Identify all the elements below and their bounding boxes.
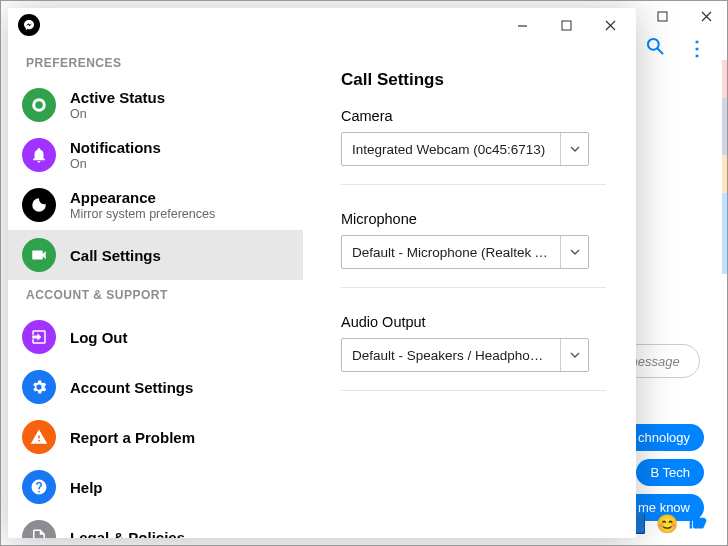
gear-icon — [22, 370, 56, 404]
reaction-bar: 🟦 😊 — [624, 511, 708, 536]
divider — [341, 287, 606, 288]
warning-icon — [22, 420, 56, 454]
settings-content: Call Settings Camera Integrated Webcam (… — [303, 42, 636, 538]
preferences-titlebar — [8, 8, 636, 42]
main-window-controls — [640, 0, 728, 32]
main-header-actions: ⋮ — [645, 36, 708, 60]
search-icon[interactable] — [645, 36, 665, 60]
sidebar-item-label: Call Settings — [70, 247, 161, 264]
sidebar-item-help[interactable]: Help — [8, 462, 303, 512]
sidebar-item-notifications[interactable]: Notifications On — [8, 130, 303, 180]
audio-output-field: Audio Output Default - Speakers / Headph… — [341, 314, 606, 391]
sidebar-item-report-problem[interactable]: Report a Problem — [8, 412, 303, 462]
audio-output-select-value: Default - Speakers / Headphones (Re... — [342, 348, 560, 363]
page-title: Call Settings — [341, 70, 606, 90]
sidebar-item-label: Notifications — [70, 139, 161, 156]
emoji-icon[interactable]: 😊 — [656, 513, 678, 535]
camera-label: Camera — [341, 108, 606, 124]
sidebar-item-sub: On — [70, 107, 165, 121]
sidebar-item-active-status[interactable]: Active Status On — [8, 80, 303, 130]
bell-icon — [22, 138, 56, 172]
sidebar-item-log-out[interactable]: Log Out — [8, 312, 303, 362]
chevron-down-icon — [560, 339, 588, 371]
main-maximize-button[interactable] — [640, 2, 684, 30]
camera-select[interactable]: Integrated Webcam (0c45:6713) — [341, 132, 589, 166]
maximize-button[interactable] — [544, 10, 588, 40]
camera-field: Camera Integrated Webcam (0c45:6713) — [341, 108, 606, 185]
sidebar-item-call-settings[interactable]: Call Settings — [8, 230, 303, 280]
microphone-field: Microphone Default - Microphone (Realtek… — [341, 211, 606, 288]
svg-rect-0 — [658, 12, 667, 21]
divider — [341, 390, 606, 391]
logout-icon — [22, 320, 56, 354]
audio-output-select[interactable]: Default - Speakers / Headphones (Re... — [341, 338, 589, 372]
svg-point-6 — [35, 101, 43, 109]
svg-line-2 — [658, 49, 663, 54]
microphone-label: Microphone — [341, 211, 606, 227]
chevron-down-icon — [560, 133, 588, 165]
camera-select-value: Integrated Webcam (0c45:6713) — [342, 142, 560, 157]
chevron-down-icon — [560, 236, 588, 268]
svg-rect-4 — [562, 21, 571, 30]
sidebar-item-label: Report a Problem — [70, 429, 195, 446]
sidebar-item-label: Active Status — [70, 89, 165, 106]
like-icon[interactable] — [688, 511, 708, 536]
moon-icon — [22, 188, 56, 222]
sidebar-item-label: Appearance — [70, 189, 215, 206]
sidebar-item-label: Log Out — [70, 329, 127, 346]
divider — [341, 184, 606, 185]
minimize-button[interactable] — [500, 10, 544, 40]
video-icon — [22, 238, 56, 272]
sidebar-item-sub: On — [70, 157, 161, 171]
audio-output-label: Audio Output — [341, 314, 606, 330]
section-title-account: ACCOUNT & SUPPORT — [8, 280, 303, 312]
contact-strip — [722, 60, 728, 536]
help-icon — [22, 470, 56, 504]
document-icon — [22, 520, 56, 538]
section-title-preferences: PREFERENCES — [8, 48, 303, 80]
active-status-icon — [22, 88, 56, 122]
more-menu-icon[interactable]: ⋮ — [687, 43, 708, 53]
microphone-select-value: Default - Microphone (Realtek Audio) — [342, 245, 560, 260]
sidebar-item-account-settings[interactable]: Account Settings — [8, 362, 303, 412]
sidebar-item-label: Account Settings — [70, 379, 193, 396]
sidebar-item-sub: Mirror system preferences — [70, 207, 215, 221]
sidebar-item-label: Legal & Policies — [70, 529, 185, 539]
sidebar-item-appearance[interactable]: Appearance Mirror system preferences — [8, 180, 303, 230]
preferences-window-controls — [500, 10, 632, 40]
sidebar-item-legal[interactable]: Legal & Policies — [8, 512, 303, 538]
sidebar-item-label: Help — [70, 479, 103, 496]
microphone-select[interactable]: Default - Microphone (Realtek Audio) — [341, 235, 589, 269]
chat-bubble: B Tech — [636, 459, 704, 486]
close-button[interactable] — [588, 10, 632, 40]
preferences-sidebar: PREFERENCES Active Status On Notificatio… — [8, 42, 303, 538]
preferences-window: PREFERENCES Active Status On Notificatio… — [8, 8, 636, 538]
main-close-button[interactable] — [684, 2, 728, 30]
messenger-logo-icon — [18, 14, 40, 36]
